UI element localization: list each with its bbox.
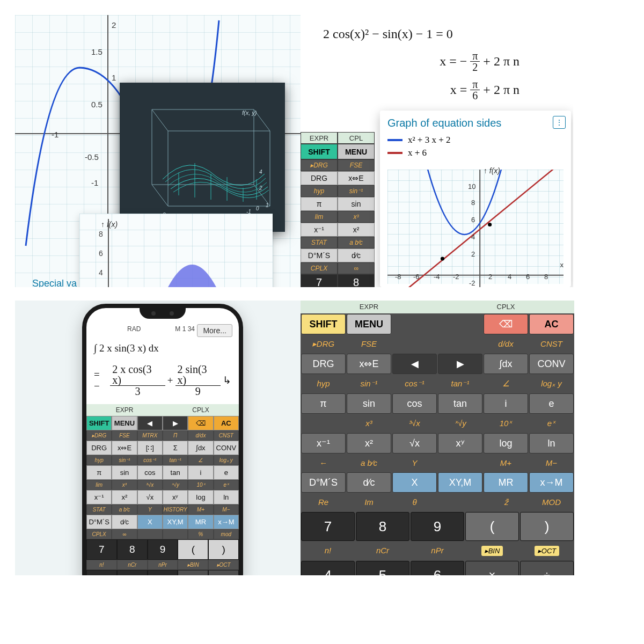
key-5[interactable]: 5 — [356, 561, 409, 575]
key-right[interactable]: ▶ — [163, 416, 188, 430]
key[interactable]: √x — [392, 433, 437, 453]
key-×[interactable]: × — [465, 561, 519, 575]
key[interactable]: x⇔E — [347, 354, 391, 374]
graph-secondary[interactable]: ↑ f(x) 8 6 4 — [79, 214, 273, 287]
key-9[interactable]: 9 — [411, 512, 464, 541]
key[interactable]: xʸ — [163, 490, 188, 504]
key-dms[interactable]: D°M´S — [301, 248, 338, 262]
link-special-values[interactable]: Special va — [32, 278, 77, 287]
key-shift[interactable]: SHIFT — [86, 416, 112, 430]
key[interactable]: D°M´S — [301, 472, 346, 493]
key[interactable]: AC — [529, 314, 574, 334]
tab-cplx[interactable]: CPL — [338, 132, 375, 144]
key-shift[interactable]: SHIFT — [301, 144, 338, 159]
key[interactable]: sin — [347, 393, 391, 414]
key[interactable]: x² — [347, 433, 391, 453]
key[interactable]: ln — [214, 490, 239, 504]
key[interactable]: ln — [529, 433, 574, 453]
tab-expr[interactable]: EXPR — [86, 404, 163, 416]
key[interactable]: MR — [188, 515, 213, 529]
key[interactable]: X — [137, 515, 163, 529]
key-menu[interactable]: MENU — [112, 416, 137, 430]
key[interactable]: Σ — [163, 441, 188, 455]
surface-3d-inset[interactable]: f(x, y) 42 3210-1-2-3 -101 — [120, 83, 285, 232]
key[interactable]: d⁄c — [347, 472, 391, 493]
more-icon[interactable]: ⋮ — [553, 116, 566, 129]
tab-cplx[interactable]: CPLX — [437, 301, 574, 313]
tab-expr[interactable]: EXPR — [301, 132, 338, 144]
key-dc[interactable]: d⁄c — [338, 248, 375, 262]
key-×[interactable]: × — [178, 570, 208, 575]
key[interactable]: cos — [392, 393, 437, 414]
key-8[interactable]: 8 — [338, 274, 375, 287]
key-8[interactable]: 8 — [117, 539, 148, 560]
key[interactable]: XY,M — [438, 472, 482, 493]
key[interactable]: ⌫ — [484, 314, 528, 334]
key[interactable]: log — [484, 433, 528, 453]
more-button[interactable]: More... — [197, 324, 232, 337]
toggle[interactable]: ▸BIN — [481, 546, 503, 556]
key[interactable]: [∷] — [137, 441, 163, 455]
key-9[interactable]: 9 — [148, 539, 178, 560]
key-)[interactable]: ) — [520, 512, 574, 541]
key-8[interactable]: 8 — [356, 512, 409, 541]
key[interactable]: ◀ — [392, 354, 437, 374]
key[interactable]: e — [529, 393, 574, 414]
key[interactable]: π — [86, 465, 112, 480]
key[interactable]: D°M´S — [86, 515, 112, 529]
key[interactable]: MENU — [347, 314, 391, 334]
key[interactable]: sin — [112, 465, 137, 480]
key-([interactable]: ( — [178, 539, 208, 560]
key-5[interactable]: 5 — [117, 570, 148, 575]
key-left[interactable]: ◀ — [137, 416, 163, 430]
key[interactable]: x⁻¹ — [301, 433, 346, 453]
key[interactable]: x→M — [214, 515, 239, 529]
key[interactable]: MR — [484, 472, 528, 493]
key-÷[interactable]: ÷ — [520, 561, 574, 575]
key[interactable]: ∫dx — [484, 354, 528, 374]
key[interactable]: √x — [137, 490, 163, 504]
key-xe[interactable]: x⇔E — [338, 171, 375, 185]
key[interactable]: xʸ — [438, 433, 482, 453]
key[interactable]: i — [484, 393, 528, 414]
tab-expr[interactable]: EXPR — [301, 301, 437, 313]
tab-cplx[interactable]: CPLX — [163, 404, 239, 416]
key-del[interactable]: ⌫ — [188, 416, 213, 430]
key[interactable]: x→M — [529, 472, 574, 493]
key-÷[interactable]: ÷ — [208, 570, 239, 575]
key-7[interactable]: 7 — [86, 539, 117, 560]
key-6[interactable]: 6 — [148, 570, 178, 575]
key[interactable]: DRG — [301, 354, 346, 374]
key-drg[interactable]: DRG — [301, 171, 338, 185]
plot[interactable]: ↑ f(x) x 10 8 6 4 2 -2 -8 -6 -4 -2 2 4 6… — [387, 170, 564, 284]
key[interactable]: SHIFT — [301, 314, 346, 334]
key[interactable]: ▶ — [438, 354, 482, 374]
key[interactable]: tan — [438, 393, 482, 414]
expression-display[interactable]: ∫ 2 x sin(3 x) dx = − 2 x cos(3 x)3 + 2 … — [86, 339, 239, 400]
key[interactable]: CONV — [214, 441, 239, 455]
key-4[interactable]: 4 — [86, 570, 117, 575]
key[interactable]: x² — [112, 490, 137, 504]
key-7[interactable]: 7 — [301, 274, 338, 287]
key-4[interactable]: 4 — [301, 561, 355, 575]
key[interactable]: x⇔E — [112, 441, 137, 455]
key[interactable]: d⁄c — [112, 515, 137, 529]
toggle[interactable]: ▸OCT — [535, 546, 559, 556]
key[interactable]: log — [188, 490, 213, 504]
key[interactable]: cos — [137, 465, 163, 480]
key-ac[interactable]: AC — [214, 416, 239, 430]
key[interactable]: e — [214, 465, 239, 480]
key[interactable]: XY,M — [163, 515, 188, 529]
key[interactable]: i — [188, 465, 213, 480]
key[interactable]: ∫dx — [188, 441, 213, 455]
key-menu[interactable]: MENU — [338, 144, 375, 159]
key-pi[interactable]: π — [301, 197, 338, 211]
key-xsq[interactable]: x² — [338, 223, 375, 237]
key[interactable]: X — [392, 472, 437, 493]
key[interactable]: CONV — [529, 354, 574, 374]
key[interactable]: x⁻¹ — [86, 490, 112, 504]
key-([interactable]: ( — [465, 512, 519, 541]
key-7[interactable]: 7 — [301, 512, 355, 541]
key[interactable]: tan — [163, 465, 188, 480]
key-6[interactable]: 6 — [411, 561, 464, 575]
